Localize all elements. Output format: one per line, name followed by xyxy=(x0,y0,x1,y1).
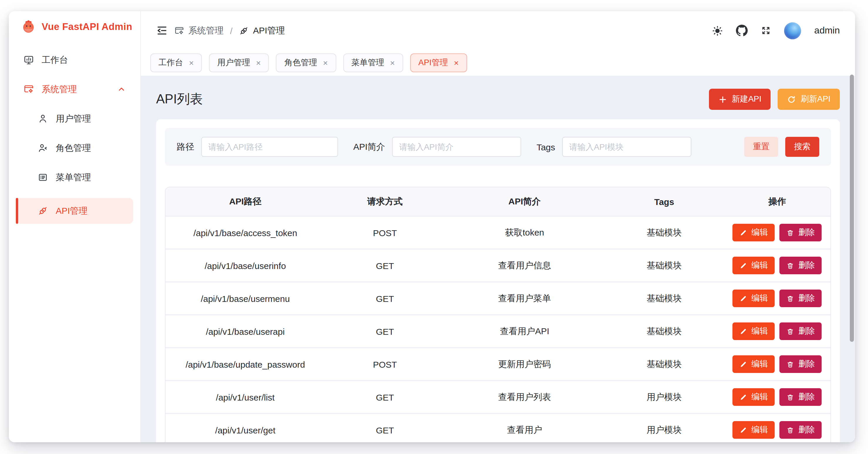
search-button[interactable]: 搜索 xyxy=(785,137,819,157)
pencil-icon xyxy=(740,328,747,335)
theme-sun-icon[interactable] xyxy=(712,25,723,36)
sidebar-item-users[interactable]: 用户管理 xyxy=(16,108,133,130)
delete-button[interactable]: 删除 xyxy=(780,224,822,242)
tags-input[interactable] xyxy=(562,137,691,157)
path-input[interactable] xyxy=(201,137,338,157)
delete-button[interactable]: 删除 xyxy=(780,257,822,274)
trash-icon xyxy=(787,426,794,434)
edit-button[interactable]: 编辑 xyxy=(733,257,775,274)
tab-close-icon[interactable]: × xyxy=(390,59,395,67)
tab-close-icon[interactable]: × xyxy=(323,59,328,67)
delete-button[interactable]: 删除 xyxy=(780,322,822,340)
path-label: 路径 xyxy=(177,141,194,152)
summary-cell: 查看用户 xyxy=(445,424,604,435)
trash-icon xyxy=(787,294,794,302)
edit-button[interactable]: 编辑 xyxy=(733,421,775,439)
github-icon[interactable] xyxy=(736,25,748,36)
delete-button[interactable]: 删除 xyxy=(780,289,822,307)
actions-cell: 编辑 删除 xyxy=(724,289,831,307)
filter-summary: API简介 xyxy=(353,137,521,157)
column-header-tags: Tags xyxy=(604,196,724,206)
edit-button[interactable]: 编辑 xyxy=(733,289,775,307)
method-cell: POST xyxy=(325,228,445,237)
chevron-up-icon xyxy=(117,85,126,94)
trash-icon xyxy=(787,328,794,335)
sidebar-collapse-icon[interactable] xyxy=(156,25,168,36)
tab-menus[interactable]: 菜单管理 × xyxy=(343,53,403,72)
sidebar-item-workbench[interactable]: 工作台 xyxy=(16,49,133,71)
table-row: /api/v1/base/userapi GET 查看用户API 基础模块 编辑… xyxy=(165,314,831,347)
sidebar-item-label: 系统管理 xyxy=(42,84,77,95)
sidebar-item-api[interactable]: API管理 xyxy=(16,198,133,224)
pencil-icon xyxy=(740,360,747,368)
reset-button[interactable]: 重置 xyxy=(744,137,778,157)
api-path-cell: /api/v1/base/usermenu xyxy=(165,293,325,303)
tab-close-icon[interactable]: × xyxy=(256,59,260,67)
delete-button[interactable]: 删除 xyxy=(780,421,822,439)
tags-cell: 基础模块 xyxy=(604,293,724,304)
tab-close-icon[interactable]: × xyxy=(189,59,194,67)
user-avatar[interactable] xyxy=(784,22,801,39)
fullscreen-icon[interactable] xyxy=(761,25,771,36)
breadcrumb-item-api[interactable]: API管理 xyxy=(239,25,285,36)
table-row: /api/v1/base/userinfo GET 查看用户信息 基础模块 编辑… xyxy=(165,249,831,281)
summary-cell: 查看用户API xyxy=(445,326,604,337)
content-card: 路径 API简介 Tags 重置 搜索 xyxy=(156,119,840,442)
table-row: /api/v1/user/get GET 查看用户 用户模块 编辑 删除 xyxy=(165,413,831,442)
filter-tags: Tags xyxy=(536,137,691,157)
refresh-icon xyxy=(787,95,796,104)
vertical-scrollbar[interactable] xyxy=(850,75,854,342)
tags-label: Tags xyxy=(536,142,555,152)
page-actions: 新建API 刷新API xyxy=(709,89,840,110)
sidebar-item-roles[interactable]: 角色管理 xyxy=(16,137,133,159)
username[interactable]: admin xyxy=(814,25,840,36)
tab-roles[interactable]: 角色管理 × xyxy=(276,53,336,72)
edit-button[interactable]: 编辑 xyxy=(733,355,775,373)
breadcrumb-separator: / xyxy=(230,26,232,35)
edit-button[interactable]: 编辑 xyxy=(733,388,775,406)
system-settings-icon xyxy=(174,26,184,35)
sidebar: Vue FastAPI Admin 工作台 xyxy=(9,11,141,442)
sidebar-menu: 工作台 系统管理 xyxy=(9,49,140,224)
method-cell: GET xyxy=(325,425,445,435)
tab-workbench[interactable]: 工作台 × xyxy=(150,53,202,72)
sidebar-item-label: 用户管理 xyxy=(56,113,91,124)
trash-icon xyxy=(787,360,794,368)
page: Vue FastAPI Admin 工作台 xyxy=(0,0,868,454)
tab-api[interactable]: API管理 × xyxy=(410,53,467,72)
api-path-cell: /api/v1/user/list xyxy=(165,392,325,402)
delete-button[interactable]: 删除 xyxy=(780,388,822,406)
edit-button[interactable]: 编辑 xyxy=(733,322,775,340)
summary-cell: 查看用户菜单 xyxy=(445,293,604,304)
tab-users[interactable]: 用户管理 × xyxy=(209,53,269,72)
api-plug-icon xyxy=(239,26,249,35)
tags-cell: 基础模块 xyxy=(604,326,724,337)
sidebar-item-menus[interactable]: 菜单管理 xyxy=(16,166,133,189)
sidebar-item-system[interactable]: 系统管理 xyxy=(16,78,133,101)
delete-button[interactable]: 删除 xyxy=(780,355,822,373)
api-path-cell: /api/v1/base/userinfo xyxy=(165,260,325,271)
tab-close-icon[interactable]: × xyxy=(454,59,459,67)
sidebar-item-label: API管理 xyxy=(56,205,88,217)
create-api-button[interactable]: 新建API xyxy=(709,89,771,110)
plus-icon xyxy=(718,95,727,104)
table-row: /api/v1/base/access_token POST 获取token 基… xyxy=(165,216,831,249)
table-body: /api/v1/base/access_token POST 获取token 基… xyxy=(165,216,831,442)
sidebar-item-label: 菜单管理 xyxy=(56,172,91,183)
table-header-row: API路径 请求方式 API简介 Tags 操作 xyxy=(165,187,831,216)
refresh-api-button[interactable]: 刷新API xyxy=(778,89,840,110)
api-path-cell: /api/v1/user/get xyxy=(165,425,325,435)
role-icon xyxy=(37,143,48,153)
method-cell: GET xyxy=(325,260,445,271)
edit-button[interactable]: 编辑 xyxy=(733,224,775,242)
actions-cell: 编辑 删除 xyxy=(724,388,831,406)
pencil-icon xyxy=(740,294,747,302)
breadcrumb-item-system[interactable]: 系统管理 xyxy=(174,25,224,36)
filter-bar: 路径 API简介 Tags 重置 搜索 xyxy=(165,128,831,166)
filter-path: 路径 xyxy=(177,137,338,157)
api-path-cell: /api/v1/base/update_password xyxy=(165,359,325,369)
column-header-path: API路径 xyxy=(165,196,325,207)
pencil-icon xyxy=(740,426,747,434)
actions-cell: 编辑 删除 xyxy=(724,224,831,242)
summary-input[interactable] xyxy=(392,137,521,157)
